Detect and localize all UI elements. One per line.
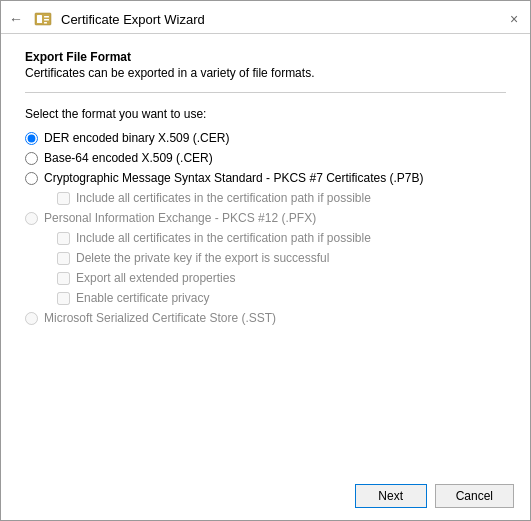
radio-option-base64[interactable]: Base-64 encoded X.509 (.CER) — [25, 151, 506, 165]
checkbox-option-pfx-privacy[interactable]: Enable certificate privacy — [57, 291, 506, 305]
radio-pfx-label: Personal Information Exchange - PKCS #12… — [44, 211, 316, 225]
content-divider — [25, 92, 506, 93]
radio-option-pfx[interactable]: Personal Information Exchange - PKCS #12… — [25, 211, 506, 225]
radio-option-sst[interactable]: Microsoft Serialized Certificate Store (… — [25, 311, 506, 325]
checkbox-pfx-privacy[interactable] — [57, 292, 70, 305]
checkbox-pfx-include[interactable] — [57, 232, 70, 245]
radio-der[interactable] — [25, 132, 38, 145]
checkbox-pfx-include-label: Include all certificates in the certific… — [76, 231, 371, 245]
svg-rect-3 — [44, 19, 49, 21]
checkbox-pfx-privacy-label: Enable certificate privacy — [76, 291, 209, 305]
section-header: Export File Format — [25, 50, 506, 64]
cancel-button[interactable]: Cancel — [435, 484, 514, 508]
checkbox-pfx-delete[interactable] — [57, 252, 70, 265]
checkbox-option-pfx-include[interactable]: Include all certificates in the certific… — [57, 231, 506, 245]
svg-rect-4 — [44, 22, 47, 24]
radio-sst[interactable] — [25, 312, 38, 325]
checkbox-pkcs7-include-label: Include all certificates in the certific… — [76, 191, 371, 205]
radio-pkcs7-label[interactable]: Cryptographic Message Syntax Standard - … — [44, 171, 424, 185]
dialog-title: Certificate Export Wizard — [61, 12, 205, 27]
checkbox-option-pfx-delete[interactable]: Delete the private key if the export is … — [57, 251, 506, 265]
radio-option-pkcs7[interactable]: Cryptographic Message Syntax Standard - … — [25, 171, 506, 185]
title-bar-left: ← Certificate Export Wizard — [9, 9, 205, 29]
format-select-label: Select the format you want to use: — [25, 107, 506, 121]
back-button[interactable]: ← — [9, 11, 23, 27]
section-desc: Certificates can be exported in a variet… — [25, 66, 506, 80]
main-content: Export File Format Certificates can be e… — [1, 34, 530, 476]
radio-base64-label[interactable]: Base-64 encoded X.509 (.CER) — [44, 151, 213, 165]
checkbox-pkcs7-include[interactable] — [57, 192, 70, 205]
svg-rect-2 — [44, 16, 49, 18]
radio-pfx[interactable] — [25, 212, 38, 225]
close-button[interactable]: × — [506, 11, 522, 27]
wizard-icon — [33, 9, 53, 29]
title-bar: ← Certificate Export Wizard × — [1, 1, 530, 33]
checkbox-pfx-export-ext[interactable] — [57, 272, 70, 285]
radio-option-der[interactable]: DER encoded binary X.509 (.CER) — [25, 131, 506, 145]
radio-sst-label: Microsoft Serialized Certificate Store (… — [44, 311, 276, 325]
radio-base64[interactable] — [25, 152, 38, 165]
footer: Next Cancel — [1, 476, 530, 520]
checkbox-option-pfx-export-ext[interactable]: Export all extended properties — [57, 271, 506, 285]
radio-pkcs7[interactable] — [25, 172, 38, 185]
svg-rect-1 — [37, 15, 42, 23]
checkbox-option-pkcs7-include[interactable]: Include all certificates in the certific… — [57, 191, 506, 205]
next-button[interactable]: Next — [355, 484, 427, 508]
radio-der-label[interactable]: DER encoded binary X.509 (.CER) — [44, 131, 229, 145]
checkbox-pfx-delete-label: Delete the private key if the export is … — [76, 251, 329, 265]
checkbox-pfx-export-ext-label: Export all extended properties — [76, 271, 235, 285]
